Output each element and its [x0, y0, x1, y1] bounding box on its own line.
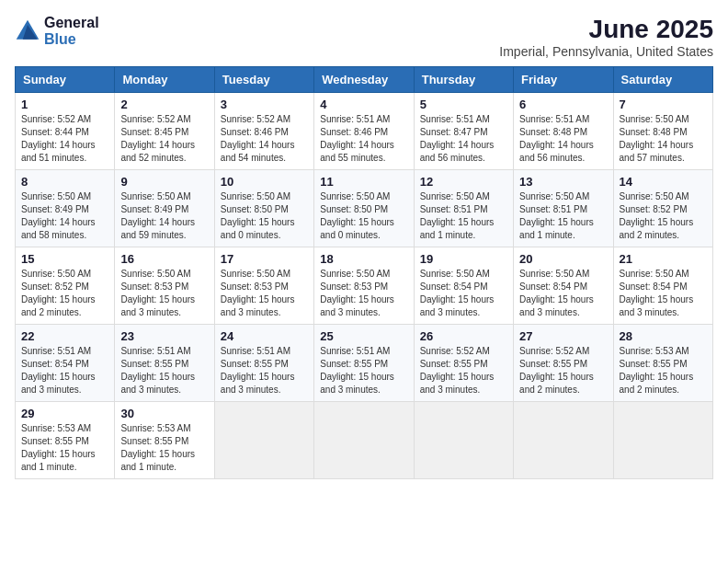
day-info: Sunrise: 5:50 AMSunset: 8:48 PMDaylight:…: [620, 113, 707, 165]
calendar-day-cell: 16Sunrise: 5:50 AMSunset: 8:53 PMDayligh…: [115, 247, 214, 325]
calendar-week-row: 29Sunrise: 5:53 AMSunset: 8:55 PMDayligh…: [16, 402, 713, 479]
calendar-week-row: 8Sunrise: 5:50 AMSunset: 8:49 PMDaylight…: [16, 170, 713, 247]
day-info: Sunrise: 5:52 AMSunset: 8:55 PMDaylight:…: [420, 345, 507, 396]
calendar-day-cell: 24Sunrise: 5:51 AMSunset: 8:55 PMDayligh…: [214, 325, 313, 402]
day-number: 19: [420, 252, 507, 266]
calendar-day-cell: 1Sunrise: 5:52 AMSunset: 8:44 PMDaylight…: [16, 93, 115, 170]
day-number: 13: [519, 175, 607, 189]
calendar-day-cell: [613, 402, 712, 479]
calendar-day-cell: 7Sunrise: 5:50 AMSunset: 8:48 PMDaylight…: [613, 93, 712, 170]
calendar-day-header: Wednesday: [314, 67, 414, 93]
calendar-day-cell: 20Sunrise: 5:50 AMSunset: 8:54 PMDayligh…: [514, 247, 613, 325]
day-info: Sunrise: 5:51 AMSunset: 8:47 PMDaylight:…: [420, 113, 507, 165]
day-number: 29: [21, 407, 108, 420]
calendar-day-cell: [414, 402, 513, 479]
day-info: Sunrise: 5:51 AMSunset: 8:55 PMDaylight:…: [120, 345, 208, 396]
calendar-day-cell: 14Sunrise: 5:50 AMSunset: 8:52 PMDayligh…: [613, 170, 712, 247]
day-info: Sunrise: 5:50 AMSunset: 8:51 PMDaylight:…: [420, 190, 507, 242]
day-number: 12: [420, 175, 507, 189]
day-info: Sunrise: 5:50 AMSunset: 8:52 PMDaylight:…: [620, 190, 707, 242]
calendar-day-cell: 21Sunrise: 5:50 AMSunset: 8:54 PMDayligh…: [613, 247, 712, 325]
calendar-week-row: 1Sunrise: 5:52 AMSunset: 8:44 PMDaylight…: [16, 93, 713, 170]
calendar-week-row: 15Sunrise: 5:50 AMSunset: 8:52 PMDayligh…: [16, 247, 713, 325]
calendar-table: SundayMondayTuesdayWednesdayThursdayFrid…: [15, 66, 713, 479]
day-number: 14: [620, 175, 707, 189]
calendar-day-cell: 19Sunrise: 5:50 AMSunset: 8:54 PMDayligh…: [414, 247, 513, 325]
day-number: 27: [519, 329, 607, 343]
calendar-day-cell: 29Sunrise: 5:53 AMSunset: 8:55 PMDayligh…: [16, 402, 115, 479]
day-info: Sunrise: 5:50 AMSunset: 8:51 PMDaylight:…: [519, 190, 607, 242]
day-info: Sunrise: 5:52 AMSunset: 8:55 PMDaylight:…: [519, 345, 607, 396]
day-number: 10: [221, 175, 308, 189]
day-info: Sunrise: 5:51 AMSunset: 8:48 PMDaylight:…: [519, 113, 607, 165]
calendar-day-cell: 8Sunrise: 5:50 AMSunset: 8:49 PMDaylight…: [16, 170, 115, 247]
day-number: 2: [120, 98, 208, 111]
day-info: Sunrise: 5:50 AMSunset: 8:53 PMDaylight:…: [120, 268, 208, 319]
calendar-day-cell: 5Sunrise: 5:51 AMSunset: 8:47 PMDaylight…: [414, 93, 513, 170]
day-number: 7: [620, 98, 707, 111]
day-number: 3: [221, 98, 308, 111]
day-info: Sunrise: 5:52 AMSunset: 8:45 PMDaylight:…: [120, 113, 208, 165]
day-number: 28: [620, 329, 707, 343]
day-number: 6: [519, 98, 607, 111]
day-number: 25: [320, 329, 407, 343]
calendar-day-cell: 28Sunrise: 5:53 AMSunset: 8:55 PMDayligh…: [613, 325, 712, 402]
day-number: 22: [21, 329, 108, 343]
calendar-day-header: Monday: [115, 67, 214, 93]
page-header: General Blue June 2025 Imperial, Pennsyl…: [15, 15, 713, 59]
day-info: Sunrise: 5:50 AMSunset: 8:50 PMDaylight:…: [320, 190, 407, 242]
day-info: Sunrise: 5:51 AMSunset: 8:55 PMDaylight:…: [221, 345, 308, 396]
day-info: Sunrise: 5:50 AMSunset: 8:54 PMDaylight:…: [420, 268, 507, 319]
day-number: 17: [221, 252, 308, 266]
day-number: 5: [420, 98, 507, 111]
day-number: 15: [21, 252, 108, 266]
calendar-day-cell: [514, 402, 613, 479]
logo-general-text: General: [44, 15, 99, 31]
day-number: 16: [120, 252, 208, 266]
day-number: 8: [21, 175, 108, 189]
calendar-day-cell: 26Sunrise: 5:52 AMSunset: 8:55 PMDayligh…: [414, 325, 513, 402]
day-info: Sunrise: 5:50 AMSunset: 8:49 PMDaylight:…: [21, 190, 108, 242]
day-info: Sunrise: 5:50 AMSunset: 8:50 PMDaylight:…: [221, 190, 308, 242]
calendar-day-cell: 11Sunrise: 5:50 AMSunset: 8:50 PMDayligh…: [314, 170, 414, 247]
calendar-day-cell: 12Sunrise: 5:50 AMSunset: 8:51 PMDayligh…: [414, 170, 513, 247]
day-info: Sunrise: 5:53 AMSunset: 8:55 PMDaylight:…: [120, 422, 208, 474]
day-number: 23: [120, 329, 208, 343]
day-info: Sunrise: 5:50 AMSunset: 8:54 PMDaylight:…: [519, 268, 607, 319]
day-number: 18: [320, 252, 407, 266]
title-area: June 2025 Imperial, Pennsylvania, United…: [499, 15, 713, 59]
calendar-day-header: Friday: [514, 67, 613, 93]
logo-text: General Blue: [44, 15, 99, 47]
calendar-day-cell: 27Sunrise: 5:52 AMSunset: 8:55 PMDayligh…: [514, 325, 613, 402]
logo-icon: [15, 18, 40, 44]
day-number: 21: [620, 252, 707, 266]
day-number: 4: [320, 98, 407, 111]
day-info: Sunrise: 5:52 AMSunset: 8:46 PMDaylight:…: [221, 113, 308, 165]
main-title: June 2025: [499, 15, 713, 44]
calendar-day-cell: 25Sunrise: 5:51 AMSunset: 8:55 PMDayligh…: [314, 325, 414, 402]
calendar-day-cell: 9Sunrise: 5:50 AMSunset: 8:49 PMDaylight…: [115, 170, 214, 247]
day-info: Sunrise: 5:51 AMSunset: 8:55 PMDaylight:…: [320, 345, 407, 396]
calendar-day-header: Saturday: [613, 67, 712, 93]
calendar-day-cell: 18Sunrise: 5:50 AMSunset: 8:53 PMDayligh…: [314, 247, 414, 325]
day-number: 30: [120, 407, 208, 420]
day-info: Sunrise: 5:53 AMSunset: 8:55 PMDaylight:…: [21, 422, 108, 474]
calendar-day-cell: 10Sunrise: 5:50 AMSunset: 8:50 PMDayligh…: [214, 170, 313, 247]
calendar-header-row: SundayMondayTuesdayWednesdayThursdayFrid…: [16, 67, 713, 93]
day-info: Sunrise: 5:52 AMSunset: 8:44 PMDaylight:…: [21, 113, 108, 165]
calendar-day-cell: 30Sunrise: 5:53 AMSunset: 8:55 PMDayligh…: [115, 402, 214, 479]
calendar-day-cell: 17Sunrise: 5:50 AMSunset: 8:53 PMDayligh…: [214, 247, 313, 325]
day-number: 11: [320, 175, 407, 189]
day-info: Sunrise: 5:50 AMSunset: 8:54 PMDaylight:…: [620, 268, 707, 319]
day-number: 24: [221, 329, 308, 343]
calendar-day-cell: 22Sunrise: 5:51 AMSunset: 8:54 PMDayligh…: [16, 325, 115, 402]
day-info: Sunrise: 5:51 AMSunset: 8:54 PMDaylight:…: [21, 345, 108, 396]
day-info: Sunrise: 5:50 AMSunset: 8:49 PMDaylight:…: [120, 190, 208, 242]
subtitle: Imperial, Pennsylvania, United States: [499, 44, 713, 59]
calendar-day-cell: 13Sunrise: 5:50 AMSunset: 8:51 PMDayligh…: [514, 170, 613, 247]
day-number: 9: [120, 175, 208, 189]
calendar-day-cell: [314, 402, 414, 479]
calendar-day-cell: 4Sunrise: 5:51 AMSunset: 8:46 PMDaylight…: [314, 93, 414, 170]
day-number: 26: [420, 329, 507, 343]
day-info: Sunrise: 5:53 AMSunset: 8:55 PMDaylight:…: [620, 345, 707, 396]
